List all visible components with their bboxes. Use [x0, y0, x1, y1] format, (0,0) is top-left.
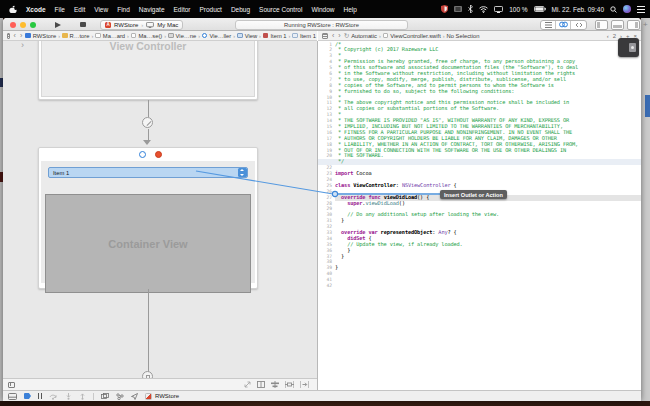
menu-item-edit[interactable]: Edit: [74, 6, 85, 13]
menu-item-navigate[interactable]: Navigate: [139, 6, 165, 13]
folder-icon: [62, 33, 68, 39]
breadcrumb-item[interactable]: View: [237, 33, 257, 39]
menu-item-view[interactable]: View: [94, 6, 108, 13]
breadcrumb-item[interactable]: Vie…ller: [202, 33, 231, 39]
shield-status-icon[interactable]: [441, 5, 448, 13]
background-tab-plus: +: [643, 20, 648, 29]
assistant-selection-crumb[interactable]: No Selection: [447, 33, 480, 39]
line-number[interactable]: 42: [318, 283, 332, 289]
menu-item-find[interactable]: Find: [117, 6, 130, 13]
container-view-controller-scene[interactable]: Item 1 Container View: [38, 147, 258, 289]
memory-graph-icon[interactable]: [116, 393, 124, 400]
breadcrumb-item[interactable]: RWStore: [25, 33, 56, 39]
step-over-icon[interactable]: [49, 393, 58, 400]
view-controller-view[interactable]: View Controller: [41, 41, 255, 97]
zoom-window-button[interactable]: [30, 22, 36, 28]
forward-button[interactable]: ›: [20, 32, 22, 40]
breadcrumb-item[interactable]: Item 1: [292, 33, 316, 39]
scheme-name: RWStore: [114, 22, 138, 28]
hide-debug-area-icon[interactable]: [8, 393, 17, 400]
assistant-file-crumb[interactable]: ViewController.swift: [383, 33, 441, 39]
align-icon[interactable]: [271, 381, 279, 388]
version-editor-button[interactable]: [571, 21, 586, 30]
step-out-icon[interactable]: [79, 393, 86, 400]
destination-device-icon: [146, 22, 154, 28]
menu-item-file[interactable]: File: [55, 6, 65, 13]
notification-center-icon[interactable]: [637, 6, 645, 13]
close-window-button[interactable]: [10, 22, 16, 28]
apple-menu-icon[interactable]: [9, 5, 17, 14]
menu-item-debug[interactable]: Debug: [231, 6, 250, 13]
breadcrumb-item[interactable]: Ma…ard: [95, 33, 125, 39]
breadcrumb-item[interactable]: Vie…ne: [168, 33, 196, 39]
debug-area-toggle-button[interactable]: [611, 20, 624, 31]
menu-item-source-control[interactable]: Source Control: [259, 6, 302, 13]
menu-item-xcode[interactable]: Xcode: [26, 6, 46, 13]
background-window-sliver: +: [641, 18, 650, 401]
menu-bar-clock[interactable]: Mi. 22. Feb. 09:40: [552, 6, 604, 13]
keyboard-status-icon[interactable]: [454, 6, 462, 12]
view-controller-scene[interactable]: View Controller: [38, 41, 258, 100]
assistant-mode-crumb[interactable]: ↻ Automatic: [344, 32, 377, 40]
menu-item-product[interactable]: Product: [199, 6, 221, 13]
related-items-icon[interactable]: [7, 33, 10, 39]
stop-button[interactable]: [80, 22, 86, 28]
step-into-icon[interactable]: [65, 393, 72, 400]
activity-status-text: Running RWStore : RWStore: [284, 22, 359, 28]
activity-viewer: Running RWStore : RWStore: [235, 20, 408, 31]
breadcrumb-item[interactable]: Ma…se(): [131, 33, 162, 39]
storyboard-segue-icon[interactable]: [142, 371, 153, 378]
connection-tooltip: Insert Outlet or Action: [440, 190, 507, 199]
scheme-selector[interactable]: A RWStore › My Mac: [100, 20, 183, 30]
spotlight-search-icon[interactable]: [610, 6, 617, 13]
navigator-toggle-button[interactable]: [595, 20, 608, 31]
battery-icon[interactable]: [534, 6, 546, 12]
back-button[interactable]: ‹: [332, 32, 334, 40]
add-constraints-icon[interactable]: [285, 381, 294, 388]
breadcrumb-item[interactable]: R…tore: [62, 33, 89, 39]
standard-editor-button[interactable]: [541, 21, 556, 30]
simulate-location-icon[interactable]: [131, 393, 138, 400]
breadcrumb-item[interactable]: Item 1: [263, 33, 287, 39]
view-debugger-icon[interactable]: [101, 393, 109, 400]
popup-button[interactable]: Item 1: [48, 167, 248, 178]
first-responder-dock-icon[interactable]: [155, 151, 162, 158]
source-editor[interactable]: 1234567891011121314151617181920212223242…: [318, 41, 641, 390]
code-line[interactable]: [335, 283, 641, 289]
code-text[interactable]: /* * Copyright (c) 2017 Razeware LLC * *…: [335, 42, 641, 289]
document-outline-toggle[interactable]: [8, 382, 15, 388]
canvas-bottom-bar: [3, 378, 317, 390]
embed-segue-icon[interactable]: [142, 117, 153, 128]
display-mirroring-icon[interactable]: [494, 6, 503, 13]
menu-item-editor[interactable]: Editor: [174, 6, 191, 13]
assistant-editor-button[interactable]: [556, 21, 571, 30]
previous-counterpart-button[interactable]: ‹: [607, 33, 609, 39]
container-view[interactable]: Container View: [45, 194, 251, 293]
resolve-autolayout-icon[interactable]: [300, 381, 309, 388]
view-controller-dock-icon[interactable]: [139, 151, 146, 158]
counterparts-icon: ↻: [344, 32, 349, 40]
bluetooth-icon[interactable]: [468, 5, 473, 13]
interface-builder-canvas[interactable]: › View Controller Item 1: [3, 41, 317, 378]
embed-in-stack-icon[interactable]: [257, 381, 265, 388]
breakpoints-toggle-icon[interactable]: [24, 393, 31, 399]
siri-icon[interactable]: [623, 5, 631, 13]
wifi-icon[interactable]: [479, 6, 488, 13]
menu-item-help[interactable]: Help: [344, 6, 357, 13]
scheme-app-icon: A: [105, 22, 111, 28]
pause-execution-icon[interactable]: [38, 393, 42, 399]
menu-item-window[interactable]: Window: [311, 6, 334, 13]
forward-button[interactable]: ›: [338, 32, 340, 40]
running-process[interactable]: RWStore: [145, 393, 179, 400]
back-button[interactable]: ‹: [14, 32, 16, 40]
controller-view[interactable]: Item 1 Container View: [41, 161, 255, 283]
breadcrumb-separator: ›: [164, 33, 166, 39]
minimize-window-button[interactable]: [20, 22, 26, 28]
jump-bar-assistant: ‹ › ↻ Automatic › ViewController.swift ›…: [318, 31, 641, 41]
update-frames-icon[interactable]: [244, 381, 251, 388]
run-button[interactable]: [55, 22, 61, 28]
scene-title: View Controller: [42, 41, 254, 52]
related-items-icon[interactable]: [322, 33, 328, 39]
inspector-toggle-button[interactable]: [627, 20, 640, 31]
dark-overlay-thumbnail: [618, 38, 639, 57]
